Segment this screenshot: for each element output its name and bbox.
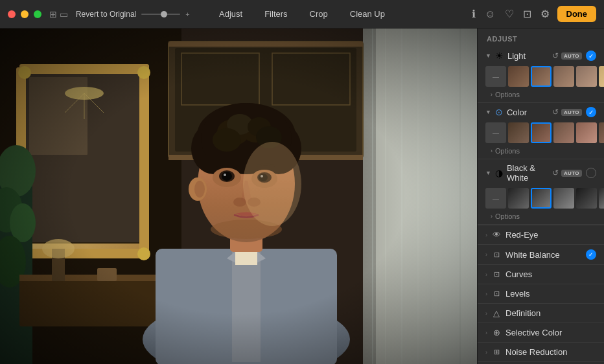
- color-thumb-4[interactable]: [576, 122, 597, 143]
- thumb-3[interactable]: [553, 66, 574, 87]
- definition-item[interactable]: › △ Definition: [478, 303, 604, 323]
- svg-rect-74: [0, 28, 477, 364]
- minimize-button[interactable]: [21, 10, 29, 18]
- panel-header: ADJUST: [478, 28, 604, 47]
- white-balance-label: White Balance: [505, 250, 582, 260]
- revert-button[interactable]: Revert to Original: [76, 10, 136, 19]
- thumb-2-selected[interactable]: [531, 66, 552, 87]
- definition-label: Definition: [505, 308, 596, 318]
- bw-options-row[interactable]: › Options: [478, 211, 604, 224]
- nav-tabs: Adjust Filters Crop Clean Up: [209, 6, 395, 22]
- info-icon[interactable]: ℹ: [470, 6, 477, 21]
- panel-toggle-button[interactable]: ⊞ ▭: [47, 8, 71, 21]
- bw-options-chevron-icon: ›: [491, 213, 493, 220]
- curves-chevron-icon: ›: [485, 271, 487, 278]
- thumb-4[interactable]: [576, 66, 597, 87]
- selective-color-label: Selective Color: [505, 328, 596, 337]
- photo-area: [0, 28, 477, 364]
- bw-thumb-2-selected[interactable]: [531, 188, 552, 209]
- heart-icon[interactable]: ♡: [504, 6, 515, 21]
- levels-item[interactable]: › ⊡ Levels: [478, 284, 604, 303]
- selective-color-icon: ⊕: [491, 328, 502, 337]
- light-auto-badge[interactable]: AUTO: [561, 52, 582, 60]
- red-eye-icon: 👁: [491, 230, 502, 240]
- noise-reduction-label: Noise Reduction: [505, 347, 596, 357]
- selective-color-item[interactable]: › ⊕ Selective Color: [478, 323, 604, 342]
- light-options-row[interactable]: › Options: [478, 89, 604, 102]
- window-controls: ⊞ ▭: [47, 8, 71, 21]
- thumb-1[interactable]: [508, 66, 529, 87]
- color-thumb-3[interactable]: [553, 122, 574, 143]
- share-icon[interactable]: ⊡: [522, 6, 533, 21]
- noise-reduction-chevron-icon: ›: [485, 349, 487, 356]
- color-reset-icon[interactable]: ↺: [552, 108, 559, 117]
- close-button[interactable]: [8, 10, 16, 18]
- bw-auto-badge[interactable]: AUTO: [561, 170, 582, 177]
- tab-adjust[interactable]: Adjust: [209, 6, 253, 22]
- white-balance-check-icon: ✓: [586, 249, 596, 260]
- light-check-icon[interactable]: ✓: [586, 51, 596, 61]
- bw-thumb-4[interactable]: [576, 188, 597, 209]
- white-balance-icon: ⊡: [491, 251, 502, 259]
- maximize-button[interactable]: [34, 10, 41, 18]
- bw-reset-icon[interactable]: ↺: [552, 168, 559, 177]
- noise-reduction-item[interactable]: › ⊞ Noise Reduction: [478, 342, 604, 361]
- color-title: Color: [507, 108, 548, 117]
- levels-label: Levels: [505, 289, 596, 299]
- color-thumb-none[interactable]: —: [485, 122, 506, 143]
- color-options-row[interactable]: › Options: [478, 146, 604, 159]
- zoom-slider[interactable]: +: [141, 10, 189, 18]
- definition-chevron-icon: ›: [485, 310, 487, 317]
- emoji-icon[interactable]: ☺: [483, 7, 496, 21]
- bw-section: ▼ ◑ Black & White ↺ AUTO — ›: [478, 159, 604, 225]
- traffic-lights: [8, 10, 41, 18]
- photo-canvas: [0, 28, 477, 364]
- bw-section-header[interactable]: ▼ ◑ Black & White ↺ AUTO: [478, 159, 604, 187]
- bw-options-label: Options: [495, 212, 520, 220]
- bw-thumb-none[interactable]: —: [485, 188, 506, 209]
- bw-thumb-5[interactable]: [599, 188, 604, 209]
- bw-thumb-1[interactable]: [508, 188, 529, 209]
- color-chevron-icon: ▼: [485, 109, 491, 115]
- more-icon[interactable]: ⚙: [539, 6, 551, 21]
- noise-reduction-icon: ⊞: [491, 348, 502, 356]
- thumb-5[interactable]: [599, 66, 604, 87]
- color-check-icon[interactable]: ✓: [586, 107, 596, 117]
- light-section-header[interactable]: ▼ ☀ Light ↺ AUTO ✓: [478, 47, 604, 65]
- color-thumb-2-selected[interactable]: [531, 122, 552, 143]
- color-auto-badge[interactable]: AUTO: [561, 109, 582, 116]
- definition-icon: △: [491, 308, 502, 318]
- white-balance-chevron-icon: ›: [485, 251, 487, 258]
- levels-chevron-icon: ›: [485, 291, 487, 297]
- color-thumb-5[interactable]: [599, 122, 604, 143]
- bw-thumb-strip: —: [478, 187, 604, 211]
- white-balance-item[interactable]: › ⊡ White Balance ✓: [478, 244, 604, 264]
- red-eye-item[interactable]: › 👁 Red-Eye: [478, 225, 604, 244]
- done-button[interactable]: Done: [557, 6, 597, 22]
- color-thumb-1[interactable]: [508, 122, 529, 143]
- bw-chevron-icon: ▼: [485, 170, 491, 176]
- tab-filters[interactable]: Filters: [254, 6, 297, 22]
- titlebar-right: ℹ ☺ ♡ ⊡ ⚙ Done: [470, 6, 596, 22]
- bw-title: Black & White: [507, 163, 548, 183]
- bw-thumb-3[interactable]: [553, 188, 574, 209]
- curves-item[interactable]: › ⊡ Curves: [478, 264, 604, 284]
- light-options-chevron-icon: ›: [491, 91, 493, 98]
- color-section-header[interactable]: ▼ ⊙ Color ↺ AUTO ✓: [478, 103, 604, 121]
- tab-crop[interactable]: Crop: [299, 6, 338, 22]
- color-section: ▼ ⊙ Color ↺ AUTO ✓ — › Option: [478, 103, 604, 159]
- sharpen-item[interactable]: › ▲ Sharpen: [478, 361, 604, 364]
- bw-check-icon[interactable]: [586, 168, 596, 178]
- light-options-label: Options: [495, 91, 520, 98]
- thumb-none[interactable]: —: [485, 66, 506, 87]
- light-title: Light: [507, 51, 548, 61]
- light-thumb-strip: —: [478, 65, 604, 89]
- tab-cleanup[interactable]: Clean Up: [340, 6, 395, 22]
- selective-color-chevron-icon: ›: [485, 330, 487, 336]
- light-reset-icon[interactable]: ↺: [552, 51, 559, 60]
- curves-icon: ⊡: [491, 270, 502, 279]
- main-content: ADJUST ▼ ☀ Light ↺ AUTO ✓ —: [0, 28, 604, 364]
- color-icon: ⊙: [495, 107, 503, 117]
- color-thumb-strip: —: [478, 121, 604, 146]
- color-options-chevron-icon: ›: [491, 148, 493, 154]
